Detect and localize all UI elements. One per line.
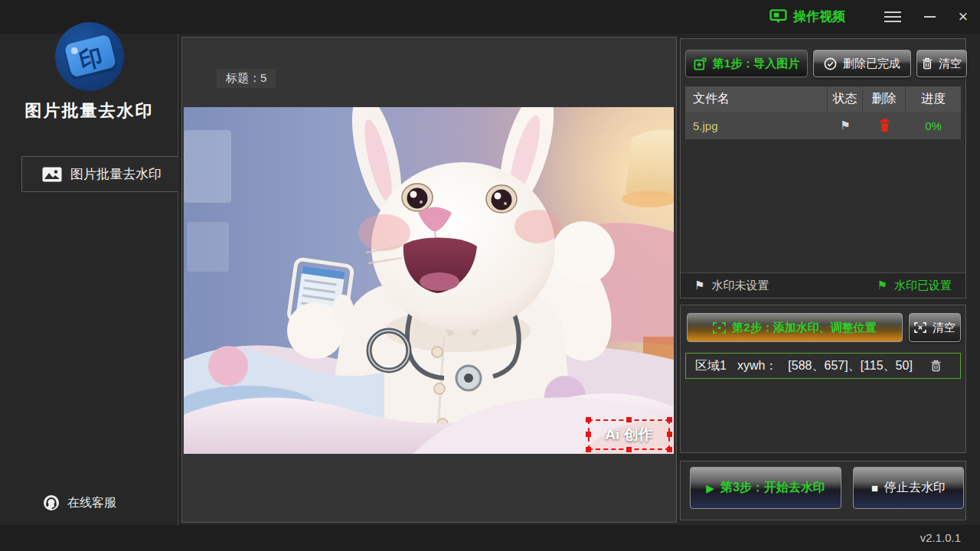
col-filename: 文件名 xyxy=(685,86,828,112)
file-list-section: 第1步：导入图片 删除已完成 清空 文件名 状态 xyxy=(680,38,966,298)
table-row[interactable]: 5.jpg ⚑ 0% xyxy=(685,112,961,139)
region-name: 区域1 xyxy=(695,358,727,374)
resize-handle[interactable] xyxy=(626,417,632,422)
region-coords-value: [588、657]、[115、50] xyxy=(788,358,912,374)
clear-selection-icon xyxy=(914,322,926,333)
preview-image: Ai 创作 xyxy=(184,107,674,454)
help-video-button[interactable]: 操作视频 xyxy=(769,8,845,25)
online-support-label: 在线客服 xyxy=(67,495,116,511)
delete-completed-button[interactable]: 删除已完成 xyxy=(813,50,911,77)
stop-button[interactable]: ■ 停止去水印 xyxy=(853,467,964,509)
trash-icon xyxy=(930,360,942,372)
headset-icon xyxy=(43,494,60,511)
check-circle-icon xyxy=(824,57,837,70)
sidebar: 印 图片批量去水印 图片批量去水印 在线客服 xyxy=(0,34,178,525)
video-tutorial-icon xyxy=(769,9,787,24)
logo-character: 印 xyxy=(65,38,117,80)
run-controls-section: ▶ 第3步：开始去水印 ■ 停止去水印 xyxy=(680,461,966,520)
menu-button[interactable] xyxy=(879,0,906,34)
sidebar-item-batch-watermark-removal[interactable]: 图片批量去水印 xyxy=(21,156,178,192)
image-icon xyxy=(42,167,62,182)
selection-region-icon xyxy=(713,322,726,334)
stop-icon: ■ xyxy=(871,481,878,494)
rabbit-illustration xyxy=(184,107,674,454)
region-item: 区域1 xywh： [588、657]、[115、50] xyxy=(685,353,961,379)
file-name: 5.jpg xyxy=(685,119,828,132)
trash-icon xyxy=(922,57,933,70)
resize-handle[interactable] xyxy=(667,417,672,422)
trash-red-icon xyxy=(878,119,891,132)
status-flag-icon: ⚑ xyxy=(828,119,863,132)
resize-handle[interactable] xyxy=(586,432,591,437)
preview-panel: 标题：5 xyxy=(181,37,677,523)
minimize-button[interactable] xyxy=(916,0,943,34)
logo-stamp-icon: 印 xyxy=(64,34,117,77)
import-icon xyxy=(694,57,707,70)
hamburger-icon xyxy=(884,8,901,25)
sidebar-item-label: 图片批量去水印 xyxy=(70,165,162,183)
progress-value: 0% xyxy=(906,119,961,132)
resize-handle[interactable] xyxy=(626,447,632,452)
version-label: v2.1.0.1 xyxy=(920,531,961,544)
legend-watermark-set: ⚑ 水印已设置 xyxy=(877,279,952,293)
app-window: 操作视频 × 印 图片批量去水印 图片批量去水印 xyxy=(0,0,980,551)
app-logo: 印 xyxy=(55,22,124,91)
delete-region-button[interactable] xyxy=(930,360,942,372)
minimize-icon xyxy=(924,16,936,18)
col-delete: 删除 xyxy=(863,86,906,112)
col-progress: 进度 xyxy=(906,86,961,112)
flag-legend: ⚑ 水印未设置 ⚑ 水印已设置 xyxy=(681,272,965,298)
close-icon: × xyxy=(959,7,969,27)
clear-list-button[interactable]: 清空 xyxy=(916,50,967,77)
resize-handle[interactable] xyxy=(667,432,672,437)
watermark-selection-box[interactable]: Ai 创作 xyxy=(588,419,670,450)
resize-handle[interactable] xyxy=(586,417,591,422)
file-table: 文件名 状态 删除 进度 5.jpg ⚑ 0% xyxy=(685,86,961,139)
statusbar: v2.1.0.1 xyxy=(0,525,980,551)
region-coords-label: xywh： xyxy=(737,358,777,374)
help-video-label: 操作视频 xyxy=(793,8,845,25)
col-status: 状态 xyxy=(828,86,863,112)
clear-regions-button[interactable]: 清空 xyxy=(909,313,961,342)
titlebar: 操作视频 × xyxy=(0,0,980,34)
close-button[interactable]: × xyxy=(949,0,977,34)
play-icon: ▶ xyxy=(706,482,714,494)
table-header: 文件名 状态 删除 进度 xyxy=(685,86,961,112)
watermark-region-section: 第2步：添加水印、调整位置 清空 区域1 xywh： [588、657]、[11… xyxy=(680,305,966,453)
delete-row-button[interactable] xyxy=(863,119,906,132)
watermark-text: Ai 创作 xyxy=(605,425,652,445)
flag-green-icon: ⚑ xyxy=(877,279,887,292)
step2-add-watermark-button[interactable]: 第2步：添加水印、调整位置 xyxy=(687,313,903,342)
resize-handle[interactable] xyxy=(586,447,591,452)
resize-handle[interactable] xyxy=(667,447,672,452)
legend-watermark-unset: ⚑ 水印未设置 xyxy=(694,279,769,293)
image-title-label: 标题：5 xyxy=(217,69,276,88)
app-title: 图片批量去水印 xyxy=(0,99,178,122)
step1-import-button[interactable]: 第1步：导入图片 xyxy=(685,50,808,77)
online-support-link[interactable]: 在线客服 xyxy=(43,494,116,511)
flag-white-icon: ⚑ xyxy=(694,279,704,292)
step3-start-button[interactable]: ▶ 第3步：开始去水印 xyxy=(690,467,841,509)
